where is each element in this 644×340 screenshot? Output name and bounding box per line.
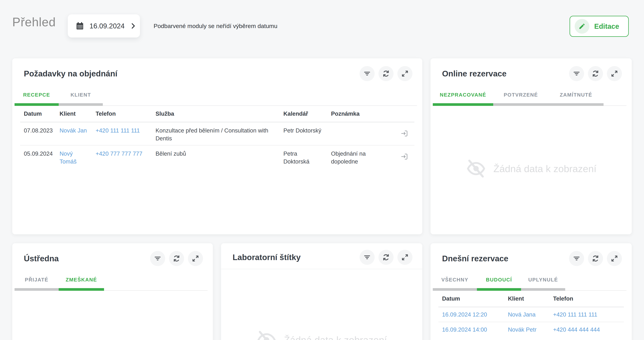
open-request-button[interactable] (376, 122, 414, 145)
client-link[interactable]: Novák Jan (56, 122, 92, 145)
client-link[interactable]: Novák Petr (504, 322, 550, 337)
tab-prijate[interactable]: PŘIJATÉ (14, 271, 59, 288)
col-poznamka: Poznámka (327, 106, 376, 122)
tab-bar: PŘIJATÉ ZMEŠKANÉ (12, 271, 213, 288)
tab-label: KLIENT (70, 92, 91, 98)
card-ustredna: Ústředna PŘIJATÉ ZMEŠKANÉ (12, 243, 213, 340)
enter-icon[interactable] (400, 129, 408, 138)
edit-button[interactable]: Editace (570, 16, 629, 37)
filter-button[interactable] (360, 250, 375, 265)
reservation-link[interactable]: 16.09.2024 12:20 (438, 307, 504, 322)
filter-button[interactable] (360, 66, 375, 81)
col-klient: Klient (504, 291, 550, 307)
expand-button[interactable] (398, 66, 412, 81)
phone-link[interactable]: +420 111 111 111 (550, 307, 624, 322)
col-telefon: Telefon (550, 291, 624, 307)
tab-label: ZMEŠKANÉ (66, 277, 97, 283)
card-online-rezervace: Online rezervace NEZPRACOVANÉ POTVRZENÉ … (430, 58, 632, 234)
table-row: 05.09.2024 Nový Tomáš +420 777 777 777 B… (20, 145, 414, 168)
expand-button[interactable] (188, 251, 203, 266)
tab-uplynule[interactable]: UPLYNULÉ (521, 271, 565, 288)
phone-link[interactable]: +420 111 111 111 (92, 122, 152, 145)
tab-zmeskane[interactable]: ZMEŠKANÉ (59, 271, 104, 288)
calendar-icon (76, 22, 84, 30)
filter-button[interactable] (569, 66, 584, 81)
col-sluzba: Služba (152, 106, 280, 122)
requests-table: Datum Klient Telefon Služba Kalendář Poz… (20, 106, 414, 168)
refresh-button[interactable] (378, 66, 394, 81)
tab-bar: NEZPRACOVANÉ POTVRZENÉ ZAMÍTNUTÉ (430, 86, 632, 103)
card-title: Požadavky na objednání (24, 69, 356, 78)
cell-kalendar: Petr Doktorský (280, 122, 327, 145)
col-actions (376, 106, 414, 122)
phone-link[interactable]: +420 777 777 777 (92, 145, 152, 168)
chevron-right-icon[interactable] (130, 23, 136, 29)
refresh-button[interactable] (378, 250, 394, 265)
card-title: Online rezervace (442, 69, 565, 78)
reservation-link[interactable]: 16.09.2024 14:00 (438, 322, 504, 337)
tab-budouci[interactable]: BUDOUCÍ (477, 271, 521, 288)
tab-label: BUDOUCÍ (486, 277, 512, 283)
empty-state: Žádná data k zobrazení (221, 329, 422, 340)
tab-recepce[interactable]: RECEPCE (14, 86, 59, 103)
refresh-button[interactable] (588, 66, 603, 81)
client-link[interactable]: Nový Tomáš (56, 145, 92, 168)
date-picker[interactable]: 16.09.2024 (68, 14, 140, 38)
tab-label: UPLYNULÉ (528, 277, 558, 283)
card-laboratorni-stitky: Laboratorní štítky Žádná data k zobrazen… (221, 243, 422, 340)
tab-label: VŠECHNY (441, 277, 468, 283)
col-telefon: Telefon (92, 106, 152, 122)
client-link[interactable]: Nová Jana (504, 307, 550, 322)
open-request-button[interactable] (376, 145, 414, 168)
empty-state: Žádná data k zobrazení (430, 158, 632, 179)
card-title: Dnešní rezervace (442, 254, 565, 263)
reservations-table: Datum Klient Telefon 16.09.2024 12:20 No… (438, 291, 624, 337)
edit-button-label: Editace (594, 23, 619, 30)
empty-state-text: Žádná data k zobrazení (284, 334, 387, 340)
page-title: Přehled (12, 15, 56, 29)
expand-button[interactable] (398, 250, 412, 265)
card-title: Ústředna (24, 254, 146, 263)
col-datum: Datum (438, 291, 504, 307)
cell-poznamka: Objednání na dopoledne (327, 145, 376, 168)
tab-label: POTVRZENÉ (504, 92, 538, 98)
table-row: 16.09.2024 14:00 Novák Petr +420 444 444… (438, 322, 624, 337)
refresh-button[interactable] (588, 251, 603, 266)
expand-button[interactable] (607, 251, 622, 266)
tab-label: NEZPRACOVANÉ (440, 92, 486, 98)
tab-bar: VŠECHNY BUDOUCÍ UPLYNULÉ (430, 271, 632, 288)
card-title: Laboratorní štítky (232, 252, 356, 262)
filter-button[interactable] (150, 251, 165, 266)
filter-button[interactable] (569, 251, 584, 266)
cell-datum: 05.09.2024 (20, 145, 56, 168)
tab-vsechny[interactable]: VŠECHNY (433, 271, 477, 288)
tab-potvrzene[interactable]: POTVRZENÉ (493, 86, 548, 103)
tab-klient[interactable]: KLIENT (59, 86, 103, 103)
empty-state-text: Žádná data k zobrazení (494, 163, 596, 174)
selected-date: 16.09.2024 (90, 22, 124, 30)
card-pozadavky-na-objednani: Požadavky na objednání RECEPCE KLIENT Da… (12, 58, 422, 234)
tab-label: PŘIJATÉ (25, 277, 48, 283)
cell-poznamka (327, 122, 376, 145)
cell-sluzba: Konzultace před bělením / Consultation w… (152, 122, 280, 145)
table-row: 07.08.2023 Novák Jan +420 111 111 111 Ko… (20, 122, 414, 145)
cell-datum: 07.08.2023 (20, 122, 56, 145)
phone-link[interactable]: +420 444 444 444 (550, 322, 624, 337)
tab-bar: RECEPCE KLIENT (12, 86, 422, 103)
expand-button[interactable] (607, 66, 622, 81)
card-dnesni-rezervace: Dnešní rezervace VŠECHNY BUDOUCÍ UPLYNUL… (430, 243, 632, 340)
refresh-button[interactable] (169, 251, 184, 266)
col-datum: Datum (20, 106, 56, 122)
tab-nezpracovane[interactable]: NEZPRACOVANÉ (433, 86, 493, 103)
col-klient: Klient (56, 106, 92, 122)
eye-off-icon (256, 329, 277, 340)
cell-kalendar: Petra Doktorská (280, 145, 327, 168)
divider (221, 269, 422, 269)
col-kalendar: Kalendář (280, 106, 327, 122)
enter-icon[interactable] (400, 152, 408, 161)
eye-off-icon (466, 158, 486, 179)
cell-sluzba: Bělení zubů (152, 145, 280, 168)
tab-zamitnute[interactable]: ZAMÍTNUTÉ (548, 86, 604, 103)
tab-label: ZAMÍTNUTÉ (560, 92, 592, 98)
pencil-icon (575, 19, 589, 34)
